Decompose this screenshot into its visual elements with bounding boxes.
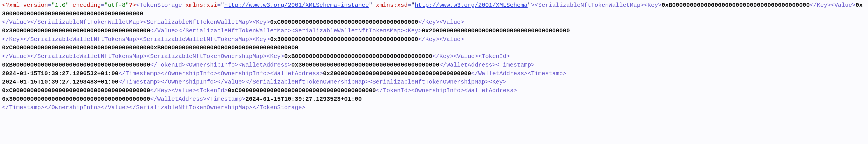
root-open: <TokenStorage [136,2,182,9]
wallet-map-key: 0xB0000000000000000000000000000000000000… [662,2,810,9]
wallet-address: 0x20000000000000000000000000000000000000… [323,70,471,77]
tokens-map-key: 0x30000000000000000000000000000000000000… [270,36,418,43]
xsd-namespace-url: http://www.w3.org/2001/XMLSchema [415,2,528,9]
ownership-key: 0xB0000000000000000000000000000000000000… [284,53,432,60]
token-id: 0xC0000000000000000000000000000000000000… [228,87,376,94]
root-close: </TokenStorage> [252,104,305,111]
tokens-map-value: 0xC0000000000000000000000000000000000000… [2,45,298,51]
wallet-address: 0x30000000000000000000000000000000000000… [291,62,439,68]
wallet-map-value: 0x30000000000000000000000000000000000000… [2,27,150,34]
tokens-map-key: 0x20000000000000000000000000000000000000… [422,27,570,34]
xsi-namespace-url: http://www.w3.org/2001/XMLSchema-instanc… [224,2,369,9]
wallet-map-key: 0xC0000000000000000000000000000000000000… [270,19,418,26]
timestamp: 2024-01-15T10:39:27.1293523+01:00 [246,96,362,103]
wallet-address: 0x30000000000000000000000000000000000000… [2,96,150,103]
timestamp: 2024-01-15T10:39:27.1293483+01:00 [2,79,119,85]
xml-source-view: <?xml version="1.0" encoding="utf-8"?><T… [0,0,868,114]
timestamp: 2024-01-15T10:39:27.1296532+01:00 [2,70,119,77]
token-id: 0xB0000000000000000000000000000000000000… [2,62,150,68]
xml-declaration: <?xml version="1.0" encoding="utf-8"?> [2,2,136,9]
ownership-key: 0xC0000000000000000000000000000000000000… [2,87,150,94]
